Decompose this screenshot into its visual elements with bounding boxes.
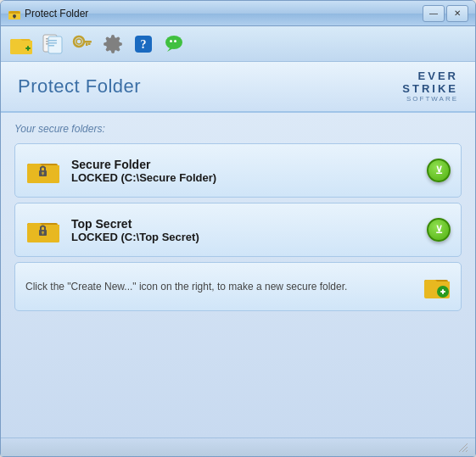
svg-rect-25 bbox=[174, 40, 176, 42]
svg-rect-29 bbox=[42, 174, 43, 176]
svg-rect-18 bbox=[88, 42, 91, 45]
down-arrow-icon-2: ⊻ bbox=[435, 225, 443, 235]
title-bar-left: Protect Folder bbox=[8, 7, 88, 20]
message-icon bbox=[163, 33, 185, 55]
folder-item-2[interactable]: Top Secret LOCKED (C:\Top Secret) ⊻ bbox=[14, 203, 462, 257]
folder-info-1: Secure Folder LOCKED (C:\Secure Folder) bbox=[71, 158, 427, 184]
add-folder-button[interactable] bbox=[8, 31, 35, 58]
svg-rect-13 bbox=[48, 42, 57, 44]
svg-point-16 bbox=[76, 39, 81, 44]
add-folder-icon bbox=[9, 33, 33, 55]
properties-icon bbox=[41, 33, 63, 55]
key-icon bbox=[71, 33, 93, 55]
gear-icon bbox=[103, 34, 123, 54]
svg-line-40 bbox=[466, 450, 468, 452]
minimize-button[interactable]: — bbox=[423, 5, 445, 22]
svg-rect-14 bbox=[48, 45, 54, 47]
settings-button[interactable] bbox=[99, 31, 126, 58]
app-header-title: Protect Folder bbox=[18, 75, 141, 98]
folder-action-2: ⊻ bbox=[427, 218, 451, 242]
svg-rect-33 bbox=[42, 233, 43, 235]
folder-expand-btn-2[interactable]: ⊻ bbox=[427, 218, 451, 242]
svg-marker-23 bbox=[167, 48, 173, 52]
folder-action-1: ⊻ bbox=[427, 159, 451, 182]
resize-grip-icon bbox=[458, 443, 468, 453]
create-new-folder-icon bbox=[424, 275, 450, 298]
folder-icon-wrapper-2 bbox=[25, 212, 61, 248]
svg-point-22 bbox=[165, 36, 182, 49]
main-content: Your secure folders: Secure Folder bbox=[1, 113, 475, 437]
locked-folder-icon-1 bbox=[27, 157, 59, 184]
help-button[interactable]: ? bbox=[130, 31, 157, 58]
properties-button[interactable] bbox=[38, 31, 65, 58]
folder-name-1: Secure Folder bbox=[71, 158, 427, 171]
window-title: Protect Folder bbox=[25, 8, 88, 20]
close-button[interactable]: ✕ bbox=[446, 5, 468, 22]
svg-rect-12 bbox=[48, 40, 57, 42]
create-new-area: Click the "Create New..." icon on the ri… bbox=[14, 262, 462, 311]
svg-point-15 bbox=[74, 36, 84, 47]
title-bar: Protect Folder — ✕ bbox=[1, 1, 475, 26]
logo-area: EVER STRIKE SOFTWARE bbox=[402, 70, 458, 103]
folder-name-2: Top Secret bbox=[71, 217, 427, 231]
svg-rect-37 bbox=[442, 289, 444, 294]
locked-folder-icon-2 bbox=[27, 216, 59, 243]
folder-icon-wrapper-1 bbox=[25, 153, 61, 188]
app-title-icon bbox=[8, 7, 21, 20]
app-window: Protect Folder — ✕ bbox=[0, 0, 476, 457]
section-label: Your secure folders: bbox=[14, 123, 462, 135]
svg-rect-3 bbox=[14, 16, 15, 19]
help-icon: ? bbox=[133, 34, 154, 54]
status-bar bbox=[1, 437, 475, 456]
logo-line2: STRIKE bbox=[402, 83, 458, 95]
create-new-button[interactable] bbox=[423, 273, 451, 300]
svg-rect-17 bbox=[83, 41, 92, 43]
folder-path-2: LOCKED (C:\Top Secret) bbox=[71, 231, 427, 243]
logo-line1: EVER bbox=[418, 70, 458, 82]
folder-path-1: LOCKED (C:\Secure Folder) bbox=[71, 171, 427, 184]
svg-text:?: ? bbox=[141, 38, 147, 51]
resize-grip bbox=[458, 443, 468, 453]
message-button[interactable] bbox=[160, 31, 188, 58]
svg-rect-24 bbox=[170, 40, 172, 42]
toolbar: ? bbox=[1, 26, 475, 62]
svg-rect-6 bbox=[27, 46, 29, 51]
create-new-hint: Click the "Create New..." icon on the ri… bbox=[25, 281, 347, 293]
title-controls: — ✕ bbox=[423, 5, 468, 22]
key-button[interactable] bbox=[69, 31, 96, 58]
svg-rect-19 bbox=[86, 42, 88, 46]
folder-info-2: Top Secret LOCKED (C:\Top Secret) bbox=[71, 217, 427, 243]
folder-item-1[interactable]: Secure Folder LOCKED (C:\Secure Folder) … bbox=[14, 143, 462, 198]
logo-line3: SOFTWARE bbox=[406, 95, 458, 103]
header-area: Protect Folder EVER STRIKE SOFTWARE bbox=[1, 62, 475, 113]
folder-expand-btn-1[interactable]: ⊻ bbox=[427, 159, 451, 182]
down-arrow-icon-1: ⊻ bbox=[435, 165, 443, 176]
